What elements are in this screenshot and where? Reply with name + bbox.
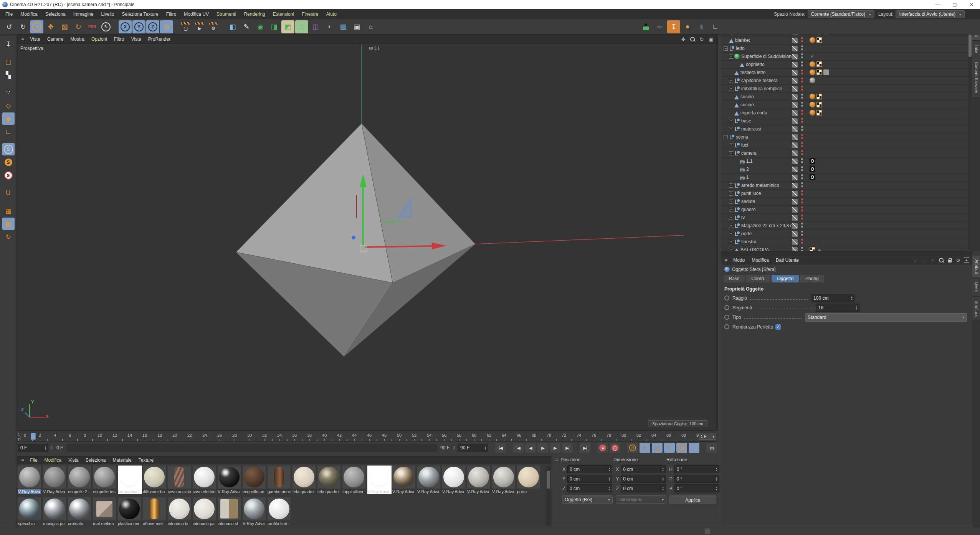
toolbar-subdivision-surface-button[interactable]: ◉ <box>254 20 267 33</box>
toolbar-ik-chain-button[interactable]: ∟ <box>709 20 722 33</box>
material-tela-quadro[interactable]: tela quadro <box>293 466 317 494</box>
spinner-icon[interactable]: ▲▼ <box>660 486 666 491</box>
prev-frame-button[interactable]: ◀ <box>525 443 536 453</box>
phong-tag-icon[interactable] <box>810 61 815 67</box>
material-diffusore-ba[interactable]: diffusore ba <box>143 466 167 494</box>
enable-toggle-icon[interactable] <box>792 126 798 132</box>
visibility-dots[interactable] <box>801 223 803 228</box>
object-row-camera[interactable]: −camera <box>721 149 968 157</box>
lock-icon[interactable] <box>947 258 952 263</box>
frame-increment[interactable]: 1 F▾ <box>699 433 716 440</box>
key-position-button[interactable]: ✥ <box>640 443 650 453</box>
spinner-icon[interactable]: ▲▼ <box>714 486 719 491</box>
material-lampadina-l[interactable]: lampadina l <box>118 466 142 494</box>
viewport-menu-mostra[interactable]: Mostra <box>67 36 88 42</box>
enable-toggle-icon[interactable] <box>792 175 798 180</box>
toolbar-generator-cage-button[interactable]: ◩ <box>281 20 294 33</box>
coord-input-rotazione-p[interactable]: 0 °▲▼ <box>674 475 719 483</box>
toolbar-move-button[interactable]: ✥ <box>44 20 57 33</box>
enable-toggle-icon[interactable] <box>792 54 798 59</box>
spinner-icon[interactable]: ▲▼ <box>607 467 612 472</box>
enable-toggle-icon[interactable] <box>792 78 798 84</box>
back-icon[interactable]: ← <box>913 258 919 263</box>
expand-icon[interactable]: + <box>729 183 733 188</box>
enable-toggle-icon[interactable] <box>792 94 798 100</box>
material-v-ray-adva[interactable]: V-Ray Adva <box>492 466 516 494</box>
object-row-sedute[interactable]: +sedute <box>721 198 968 206</box>
material-menu-file[interactable]: File <box>26 457 41 463</box>
toolbar-psr-button[interactable]: PSR <box>86 20 99 33</box>
toolbar-generator-extrude-button[interactable]: ◨ <box>268 20 281 33</box>
enable-toggle-icon[interactable] <box>792 183 798 188</box>
keyframe-dot-icon[interactable] <box>724 315 729 320</box>
palette-texture-mode-button[interactable]: ▚ <box>2 69 15 81</box>
expand-icon[interactable]: + <box>729 192 733 196</box>
enable-toggle-icon[interactable] <box>792 142 798 148</box>
attribute-tab-oggetto[interactable]: Oggetto <box>772 275 799 282</box>
spinner-icon[interactable]: ▲▼ <box>714 477 719 481</box>
coordinates-menu-icon[interactable]: ≡ <box>553 457 560 463</box>
visibility-dots[interactable] <box>801 174 803 179</box>
collapse-icon[interactable]: − <box>724 46 728 51</box>
expand-icon[interactable]: + <box>729 224 733 228</box>
goto-end-button[interactable]: ▶| <box>580 443 590 453</box>
toolbar-rotate-button[interactable]: ↻ <box>72 20 85 33</box>
material-maniglia-po[interactable]: maniglia po <box>43 497 67 526</box>
main-menu-aiuto[interactable]: Aiuto <box>322 12 340 17</box>
enable-toggle-icon[interactable] <box>792 70 798 76</box>
material-v-ray-adva[interactable]: V-Ray Adva <box>218 466 242 494</box>
spinner-icon[interactable]: ▲▼ <box>483 446 488 450</box>
visibility-dots[interactable] <box>801 206 803 211</box>
main-menu-modifica-uv[interactable]: Modifica UV <box>180 12 213 17</box>
spinner-icon[interactable]: ▲▼ <box>607 477 612 481</box>
palette-workplane-button[interactable]: ▦ <box>2 205 15 217</box>
visibility-dots[interactable] <box>801 78 803 83</box>
record-key-button[interactable]: ● <box>597 443 608 453</box>
object-row-quadro[interactable]: +quadro <box>721 206 968 214</box>
visibility-dots[interactable] <box>801 126 803 131</box>
texture-tag-icon[interactable] <box>816 102 822 107</box>
palette-magnet-button[interactable]: U <box>2 187 15 199</box>
toolbar-camera-tool-button[interactable]: ▣ <box>350 20 364 33</box>
toolbar-redo-button[interactable]: ↻ <box>17 20 30 33</box>
material-menu-icon[interactable]: ≡ <box>19 457 26 463</box>
up-icon[interactable]: ↑ <box>930 258 935 263</box>
object-row-base[interactable]: +base <box>721 117 968 125</box>
toolbar-coordinate-system-button[interactable]: ⊕ <box>160 20 173 33</box>
material-v-ray-adva[interactable]: V-Ray Adva <box>442 466 466 494</box>
object-row-testiera-letto[interactable]: testiera letto <box>721 69 968 77</box>
manager-tab-attributi[interactable]: Attributi <box>972 256 980 278</box>
timeline-ruler[interactable]: 0124681012141618202224262830323436384042… <box>17 432 718 442</box>
enable-toggle-icon[interactable] <box>792 207 798 213</box>
viewport-canvas[interactable] <box>17 43 718 431</box>
material-v-ray-adva[interactable]: V-Ray Adva <box>18 466 42 494</box>
current-frame-spinner[interactable]: 0 F▲▼ <box>18 444 48 452</box>
material-intonaco-bi[interactable]: intonaco bi <box>168 497 192 526</box>
object-row-punti-luce[interactable]: +punti luce <box>721 190 968 198</box>
visibility-dots[interactable] <box>801 239 803 244</box>
object-row-battiscopa[interactable]: +BATTISCOPA≈ <box>721 246 968 251</box>
texture-tag-icon[interactable] <box>816 94 822 99</box>
spinner-icon[interactable]: ▲▼ <box>714 467 719 472</box>
object-row-luci[interactable]: +luci <box>721 141 968 149</box>
toolbar-character-button[interactable] <box>640 20 653 33</box>
selection-tag-icon[interactable] <box>823 69 829 75</box>
viewport-menu-icon[interactable]: ≡ <box>19 36 26 42</box>
enable-toggle-icon[interactable] <box>792 247 798 251</box>
object-list-scrollbar[interactable] <box>968 29 972 250</box>
enable-toggle-icon[interactable] <box>792 215 798 221</box>
visibility-dots[interactable] <box>801 158 803 163</box>
palette-points-mode-button[interactable]: ∵ <box>2 86 15 99</box>
keyframe-dot-icon[interactable] <box>724 296 729 301</box>
material-v-ray-adva[interactable]: V-Ray Adva <box>367 466 392 494</box>
toolbar-joint-tool-button[interactable]: ⋔ <box>695 20 708 33</box>
collapse-icon[interactable]: − <box>729 151 733 155</box>
coord-input-posizione-z[interactable]: 0 cm▲▼ <box>567 484 612 492</box>
object-row-1[interactable]: 1 <box>721 173 968 182</box>
attribute-menu-icon[interactable]: ≡ <box>722 257 730 263</box>
object-row-letto[interactable]: −letto <box>721 45 968 53</box>
material-plastica-ner[interactable]: plastica ner <box>118 497 142 526</box>
object-row-cusino[interactable]: cusino <box>721 93 968 101</box>
texture-tag-icon[interactable] <box>810 247 815 251</box>
expand-icon[interactable]: + <box>729 127 733 131</box>
